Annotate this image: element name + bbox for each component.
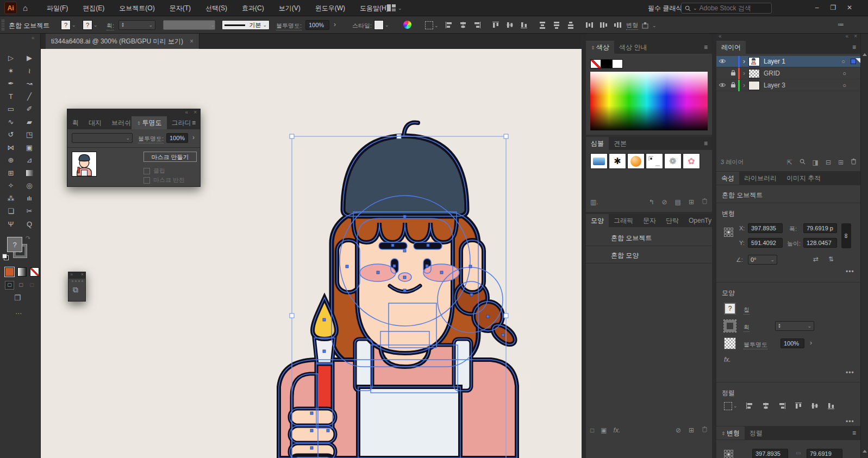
- more-options-icon[interactable]: •••: [846, 369, 854, 377]
- menu-edit[interactable]: 편집(E): [83, 4, 104, 13]
- new-symbol-icon[interactable]: ⊞: [689, 198, 694, 206]
- tab-artboards[interactable]: 대지: [84, 116, 107, 129]
- more-options-icon[interactable]: •••: [846, 268, 854, 275]
- home-icon[interactable]: ⌂: [23, 3, 28, 12]
- recolor-artwork-icon[interactable]: [403, 21, 411, 29]
- menu-type[interactable]: 문자(T): [170, 4, 191, 13]
- opacity-label[interactable]: 불투명도:: [138, 135, 164, 143]
- close-button[interactable]: ✕: [841, 4, 858, 11]
- pathfinder-panel-icon[interactable]: ⧉: [73, 285, 78, 294]
- close-tab-icon[interactable]: ×: [190, 37, 193, 45]
- artboard-tool[interactable]: ❏: [8, 207, 14, 215]
- blend-mode-dropdown[interactable]: ⌄: [72, 133, 133, 143]
- dock-header[interactable]: [586, 34, 712, 41]
- tab-paragraph[interactable]: 단락: [661, 214, 684, 227]
- align-right-icon[interactable]: [473, 21, 482, 29]
- rectangle-tool[interactable]: ▭: [8, 105, 14, 113]
- transparency-panel-header[interactable]: « ×: [67, 109, 200, 116]
- panel-grip[interactable]: [72, 280, 83, 282]
- new-sublayer-icon[interactable]: ⊟: [826, 159, 831, 166]
- align-center-h-icon[interactable]: [459, 21, 467, 29]
- opacity-flyout-arrow[interactable]: ›: [192, 134, 195, 141]
- tab-symbols[interactable]: 심볼: [586, 137, 609, 150]
- symbol-libraries-icon[interactable]: ▥.: [590, 198, 598, 206]
- tab-color[interactable]: ⇕ 색상: [586, 41, 614, 54]
- edit-toolbar-button[interactable]: ⋯: [15, 310, 22, 317]
- panel-menu-icon[interactable]: ≡: [852, 43, 860, 51]
- gradient-swatch-button[interactable]: [17, 267, 27, 277]
- tab-libraries[interactable]: 라이브러리: [739, 172, 782, 185]
- opacity-flyout-arrow[interactable]: ›: [334, 21, 336, 28]
- align-left-icon[interactable]: [745, 401, 754, 410]
- draw-behind-mode-button[interactable]: ▢: [17, 281, 25, 289]
- layer-name[interactable]: Layer 1: [764, 58, 785, 65]
- align-top-icon[interactable]: [794, 401, 803, 410]
- layer-name[interactable]: Layer 3: [764, 81, 785, 89]
- x-input[interactable]: [748, 223, 783, 233]
- fx-button[interactable]: fx.: [724, 356, 731, 363]
- draw-normal-mode-button[interactable]: ▢: [5, 281, 14, 290]
- panel-menu-icon[interactable]: ≡: [852, 429, 860, 437]
- paintbrush-tool[interactable]: ✐: [27, 105, 33, 113]
- shape-builder-tool[interactable]: ⊕: [8, 156, 14, 164]
- menu-file[interactable]: 파일(F): [47, 4, 68, 13]
- stroke-color-dropdown[interactable]: ?⌄: [83, 20, 98, 30]
- blend-tool[interactable]: ◎: [26, 181, 32, 190]
- symbol-pink-flower[interactable]: ✿: [683, 153, 700, 169]
- finger-4[interactable]: [290, 455, 335, 458]
- lasso-tool[interactable]: ≀: [28, 67, 31, 75]
- type-tool[interactable]: T: [9, 92, 13, 101]
- align-bottom-icon[interactable]: [827, 401, 835, 410]
- symbol-blue-gradient[interactable]: [590, 153, 608, 169]
- magic-wand-tool[interactable]: ✶: [8, 67, 14, 75]
- dock-scrollbar[interactable]: [860, 34, 868, 458]
- delete-layer-icon[interactable]: [851, 158, 857, 166]
- tab-properties[interactable]: 속성: [716, 172, 739, 185]
- align-center-v-icon[interactable]: [505, 21, 514, 29]
- restore-button[interactable]: ❐: [825, 4, 841, 11]
- menu-view[interactable]: 보기(V): [279, 4, 301, 13]
- tab-graphic-styles[interactable]: 그래픽: [609, 214, 638, 227]
- opacity-input[interactable]: [305, 20, 329, 30]
- align-top-icon[interactable]: [491, 21, 500, 29]
- black-swatch[interactable]: [601, 59, 612, 68]
- apron-bib[interactable]: [358, 387, 460, 458]
- locate-object-icon[interactable]: [800, 159, 805, 166]
- flip-horizontal-icon[interactable]: ⇄: [813, 255, 819, 263]
- distribute-bottom-icon[interactable]: [566, 21, 575, 29]
- fill-indicator[interactable]: ?: [7, 237, 22, 252]
- align-right-icon[interactable]: [778, 401, 786, 410]
- distribute-right-icon[interactable]: [613, 21, 622, 29]
- lock-toggle[interactable]: [728, 70, 738, 78]
- menu-effect[interactable]: 효과(C): [242, 4, 264, 13]
- brush-definition-dropdown[interactable]: 기본 ⌄: [222, 20, 270, 30]
- menu-select[interactable]: 선택(S): [205, 4, 227, 13]
- collapse-icon[interactable]: «: [845, 33, 848, 39]
- appearance-row-object[interactable]: 혼합 오브젝트: [611, 234, 652, 243]
- direct-selection-tool[interactable]: ▷: [8, 54, 14, 62]
- make-clip-mask-icon[interactable]: ◨: [813, 159, 819, 166]
- document-tab[interactable]: ti344a6408.ai @ 300% (RGB/GPU 미리 보기) ×: [46, 34, 199, 49]
- object-thumbnail[interactable]: [72, 152, 97, 177]
- none-swatch-button[interactable]: [30, 267, 39, 277]
- apron-strap-left[interactable]: [355, 339, 372, 391]
- tab-layers[interactable]: 레이어: [716, 41, 746, 54]
- zoom-tool[interactable]: Q: [27, 220, 32, 228]
- collapse-icon[interactable]: «: [719, 33, 722, 39]
- layer-row-2[interactable]: › GRID ○: [716, 68, 860, 79]
- opacity-label[interactable]: 불투명도: [744, 341, 767, 349]
- artwork[interactable]: [279, 123, 519, 458]
- rotate-tool[interactable]: ↺: [8, 130, 14, 139]
- screen-mode-button[interactable]: ❐: [14, 293, 21, 302]
- selection-tool[interactable]: ▶: [27, 54, 32, 62]
- align-left-icon[interactable]: [445, 21, 453, 29]
- layer-row-3[interactable]: › Layer 3 ○: [716, 80, 860, 91]
- toolbar-collapse-icon[interactable]: «: [32, 35, 35, 41]
- target-circle-icon[interactable]: ○: [842, 82, 846, 89]
- color-swatch-button[interactable]: [5, 267, 14, 277]
- gradient-tool[interactable]: [26, 170, 33, 176]
- y-input[interactable]: [748, 238, 783, 248]
- free-transform-tool[interactable]: ▣: [26, 143, 33, 152]
- opacity-label[interactable]: 불투명도:: [276, 22, 302, 30]
- layer-name[interactable]: GRID: [764, 70, 780, 77]
